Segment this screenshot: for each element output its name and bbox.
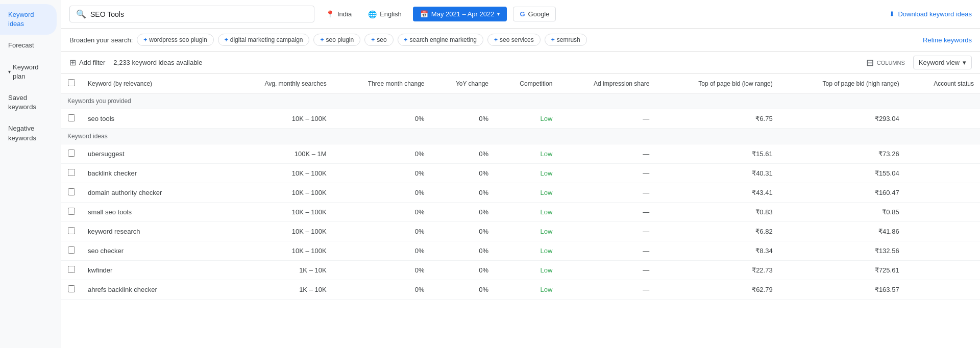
- keyword-table-container: Keyword (by relevance) Avg. monthly sear…: [61, 74, 980, 348]
- row-checkbox-cell[interactable]: [61, 280, 82, 300]
- keyword-cell: seo tools: [82, 109, 227, 129]
- keyword-cell: ahrefs backlink checker: [82, 280, 227, 300]
- table-row: keyword research 10K – 100K 0% 0% Low — …: [61, 222, 980, 241]
- plus-icon: +: [404, 36, 408, 43]
- sidebar-item-forecast[interactable]: Forecast: [0, 35, 57, 56]
- row-checkbox[interactable]: [68, 227, 75, 234]
- row-checkbox[interactable]: [68, 285, 75, 292]
- select-all-checkbox[interactable]: [68, 79, 75, 86]
- row-checkbox-cell[interactable]: [61, 203, 82, 222]
- keyword-view-button[interactable]: Keyword view ▾: [913, 56, 972, 69]
- keyword-cell: seo checker: [82, 241, 227, 261]
- download-keyword-ideas-button[interactable]: ⬇ Download keyword ideas: [889, 10, 972, 18]
- th-account-status: Account status: [905, 74, 980, 93]
- broaden-label: Broaden your search:: [69, 36, 133, 44]
- keyword-cell: keyword research: [82, 222, 227, 241]
- plus-icon: +: [225, 36, 228, 43]
- sidebar-item-keyword-ideas[interactable]: Keyword ideas: [0, 4, 57, 35]
- competition-cell: Low: [495, 109, 558, 129]
- table-row: small seo tools 10K – 100K 0% 0% Low — ₹…: [61, 203, 980, 222]
- th-competition: Competition: [495, 74, 558, 93]
- main-content: 🔍 📍 India 🌐 English 📅 May 2021 – Apr 202…: [61, 0, 980, 348]
- search-input[interactable]: [90, 10, 308, 18]
- broaden-chip-semrush[interactable]: + semrush: [545, 34, 587, 46]
- sidebar: Keyword ideas Forecast ▾ Keyword plan Sa…: [0, 0, 61, 348]
- keyword-cell: backlink checker: [82, 164, 227, 183]
- th-avg-monthly: Avg. monthly searches: [227, 74, 333, 93]
- plus-icon: +: [494, 36, 498, 43]
- broaden-chip-seo-services[interactable]: + seo services: [487, 34, 541, 46]
- date-range-button[interactable]: 📅 May 2021 – Apr 2022 ▾: [413, 7, 507, 21]
- row-checkbox[interactable]: [68, 246, 75, 254]
- sidebar-item-keyword-plan[interactable]: ▾ Keyword plan: [0, 57, 57, 87]
- table-row: backlink checker 10K – 100K 0% 0% Low — …: [61, 164, 980, 183]
- google-network-button[interactable]: G Google: [513, 7, 556, 21]
- filter-icon: ⊞: [69, 58, 76, 67]
- search-box[interactable]: 🔍: [69, 6, 314, 22]
- avg-monthly-cell: 10K – 100K: [227, 109, 333, 129]
- filter-bar: ⊞ Add filter 2,233 keyword ideas availab…: [61, 52, 980, 74]
- bid-high-cell: ₹293.04: [779, 109, 905, 129]
- plus-icon: +: [143, 36, 147, 43]
- language-icon: 🌐: [368, 10, 377, 18]
- ad-impression-cell: —: [558, 109, 655, 129]
- table-row: seo checker 10K – 100K 0% 0% Low — ₹8.34…: [61, 241, 980, 261]
- keyword-cell: domain authority checker: [82, 183, 227, 203]
- bid-low-cell: ₹6.75: [655, 109, 778, 129]
- keyword-cell: ubersuggest: [82, 144, 227, 164]
- section-header-ideas: Keyword ideas: [61, 129, 980, 144]
- location-filter[interactable]: 📍 India: [321, 7, 357, 21]
- row-checkbox[interactable]: [68, 150, 75, 157]
- broaden-chip-seo-plugin[interactable]: + seo plugin: [313, 34, 360, 46]
- three-month-cell: 0%: [333, 109, 431, 129]
- plus-icon: +: [320, 36, 324, 43]
- row-checkbox-cell[interactable]: [61, 222, 82, 241]
- plus-icon: +: [551, 36, 555, 43]
- row-checkbox[interactable]: [68, 169, 75, 176]
- table-row: ahrefs backlink checker 1K – 10K 0% 0% L…: [61, 280, 980, 300]
- calendar-icon: 📅: [420, 10, 428, 18]
- refine-keywords-button[interactable]: Refine keywords: [923, 36, 972, 44]
- location-pin-icon: 📍: [326, 10, 334, 18]
- th-yoy: YoY change: [431, 74, 495, 93]
- row-checkbox[interactable]: [68, 188, 75, 195]
- row-checkbox[interactable]: [68, 208, 75, 215]
- row-checkbox-cell[interactable]: [61, 144, 82, 164]
- row-checkbox[interactable]: [68, 114, 75, 121]
- row-checkbox-cell[interactable]: [61, 261, 82, 280]
- columns-icon: ⊟: [866, 57, 874, 68]
- broaden-chip-digital-marketing-campaign[interactable]: + digital marketing campaign: [218, 34, 310, 46]
- language-filter[interactable]: 🌐 English: [363, 7, 407, 21]
- section-header-provided: Keywords you provided: [61, 93, 980, 109]
- row-checkbox-cell[interactable]: [61, 183, 82, 203]
- table-row: seo tools 10K – 100K 0% 0% Low: [61, 109, 980, 129]
- th-bid-low: Top of page bid (low range): [655, 74, 778, 93]
- chevron-down-icon: ▾: [8, 68, 11, 76]
- top-bar: 🔍 📍 India 🌐 English 📅 May 2021 – Apr 202…: [61, 0, 980, 29]
- plus-icon: +: [371, 36, 375, 43]
- broaden-bar: Broaden your search: + wordpress seo plu…: [61, 29, 980, 52]
- sidebar-item-saved-keywords[interactable]: Saved keywords: [0, 87, 57, 118]
- download-icon: ⬇: [889, 10, 895, 18]
- columns-button[interactable]: ⊟ COLUMNS: [866, 57, 905, 68]
- sidebar-item-negative-keywords[interactable]: Negative keywords: [0, 118, 57, 148]
- row-checkbox[interactable]: [68, 266, 75, 273]
- broaden-chip-seo[interactable]: + seo: [364, 34, 393, 46]
- th-bid-high: Top of page bid (high range): [779, 74, 905, 93]
- broaden-chip-wordpress-seo-plugin[interactable]: + wordpress seo plugin: [137, 34, 213, 46]
- row-checkbox-cell[interactable]: [61, 109, 82, 129]
- th-keyword: Keyword (by relevance): [82, 74, 227, 93]
- table-header-row: Keyword (by relevance) Avg. monthly sear…: [61, 74, 980, 93]
- table-row: ubersuggest 100K – 1M 0% 0% Low — ₹15.61…: [61, 144, 980, 164]
- add-filter-button[interactable]: ⊞ Add filter: [69, 58, 105, 67]
- row-checkbox-cell[interactable]: [61, 164, 82, 183]
- table-row: kwfinder 1K – 10K 0% 0% Low — ₹22.73 ₹72…: [61, 261, 980, 280]
- chevron-down-icon: ▾: [497, 11, 500, 17]
- broaden-chip-search-engine-marketing[interactable]: + search engine marketing: [398, 34, 483, 46]
- th-ad-impression: Ad impression share: [558, 74, 655, 93]
- account-status-cell: [905, 109, 980, 129]
- chevron-down-icon: ▾: [963, 59, 966, 66]
- select-all-checkbox-header[interactable]: [61, 74, 82, 93]
- google-icon: G: [520, 10, 525, 18]
- row-checkbox-cell[interactable]: [61, 241, 82, 261]
